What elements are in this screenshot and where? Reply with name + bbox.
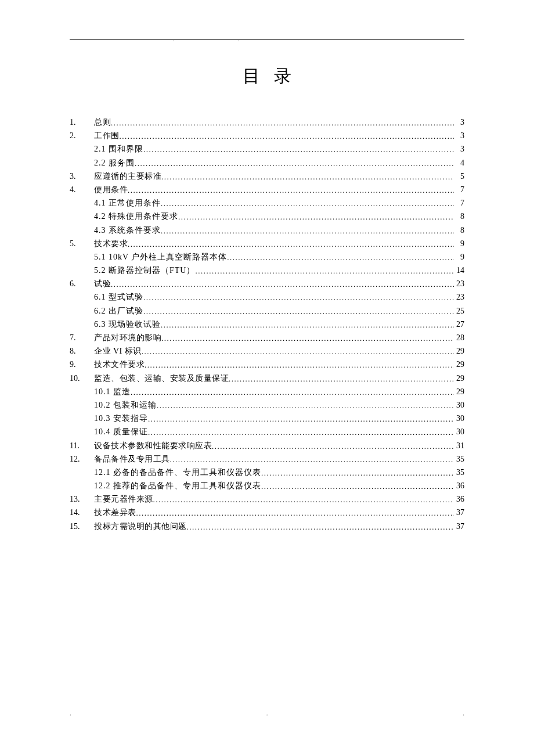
toc-entry: 6.3 现场验收试验27 [70,321,464,329]
toc-entry: 5.1 10kV 户外柱上真空断路器本体9 [70,253,464,261]
toc-page-number: 35 [454,469,464,477]
toc-title: 主要元器件来源 [94,495,153,503]
toc-title: 2.2 服务围 [94,159,135,167]
toc-title: 12.1 必备的备品备件、专用工具和仪器仪表 [94,469,261,477]
toc-entry: 14.技术差异表37 [70,509,464,517]
toc-number: 14. [70,509,94,517]
toc-page-number: 23 [454,293,464,301]
toc-leader-dots [128,240,454,248]
toc-entry: 10.4 质量保证30 [70,428,464,436]
toc-leader-dots [187,523,454,531]
toc-leader-dots [178,213,454,221]
toc-page-number: 14 [454,267,464,275]
toc-entry: 13.主要元器件来源36 [70,495,464,503]
toc-page-number: 28 [454,334,464,342]
toc-leader-dots [148,429,454,436]
toc-title: 2.1 围和界限 [94,145,143,153]
toc-title: 6.1 型式试验 [94,293,143,301]
toc-title: 10.1 监造 [94,388,131,396]
toc-page-number: 36 [454,495,464,503]
toc-page-number: 3 [454,145,464,153]
toc-entry: 6.试验23 [70,280,464,288]
toc-title: 技术要求 [94,240,128,248]
toc-title: 产品对环境的影响 [94,334,161,342]
toc-title: 监造、包装、运输、安装及质量保证 [94,375,229,383]
toc-number: 6. [70,280,94,288]
page-title: 目录 [70,64,464,88]
toc-page-number: 3 [454,118,464,127]
toc-number: 15. [70,523,94,531]
toc-entry: 4.3 系统条件要求8 [70,226,464,235]
toc-number: 10. [70,375,94,383]
toc-title: 4.2 特殊使用条件要求 [94,213,178,221]
toc-title: 技术差异表 [94,509,136,517]
toc-page-number: 3 [454,132,464,140]
toc-page-number: 29 [454,361,464,369]
toc-page-number: 37 [454,523,464,531]
toc-page-number: 37 [454,509,464,517]
toc-page-number: 7 [454,199,464,207]
toc-title: 备品备件及专用工具 [94,455,170,463]
toc-title: 试验 [94,280,111,288]
toc-title: 10.2 包装和运输 [94,401,157,409]
toc-page-number: 29 [454,388,464,396]
toc-entry: 12.1 必备的备品备件、专用工具和仪器仪表35 [70,469,464,477]
toc-entry: 10.3 安装指导30 [70,415,464,423]
toc-leader-dots [161,227,454,235]
toc-title: 设备技术参数和性能要求响应表 [94,442,212,450]
toc-title: 4.1 正常使用条件 [94,199,161,207]
toc-leader-dots [161,173,454,181]
toc-number: 1. [70,118,94,127]
toc-page-number: 30 [454,401,464,409]
toc-title: 使用条件 [94,186,128,194]
toc-leader-dots [143,308,454,315]
toc-leader-dots [143,294,454,301]
toc-leader-dots [153,496,454,503]
toc-leader-dots [261,483,454,490]
toc-page-number: 36 [454,482,464,490]
toc-entry: 12.备品备件及专用工具35 [70,455,464,463]
toc-entry: 10.监造、包装、运输、安装及质量保证29 [70,375,464,383]
toc-entry: 2.2 服务围4 [70,159,464,167]
toc-entry: 5.2 断路器控制器（FTU）14 [70,267,464,275]
toc-title: 10.4 质量保证 [94,428,148,436]
toc-entry: 15.投标方需说明的其他问题37 [70,523,464,531]
toc-entry: 3.应遵循的主要标准5 [70,172,464,181]
toc-entry: 7.产品对环境的影响28 [70,334,464,342]
toc-number: 13. [70,495,94,503]
toc-leader-dots [229,375,454,383]
toc-entry: 8.企业 VI 标识29 [70,347,464,355]
toc-leader-dots [120,132,454,140]
toc-title: 工作围 [94,132,120,140]
toc-number: 5. [70,240,94,248]
toc-leader-dots [131,388,454,396]
toc-leader-dots [261,469,454,477]
toc-entry: 9.技术文件要求29 [70,361,464,369]
toc-number: 7. [70,334,94,342]
toc-number: 12. [70,455,94,463]
toc-page-number: 4 [454,159,464,167]
toc-page-number: 7 [454,186,464,194]
toc-entry: 10.1 监造29 [70,388,464,396]
toc-number: 11. [70,442,94,450]
toc-page-number: 27 [454,321,464,329]
toc-leader-dots [111,280,454,288]
toc-number: 8. [70,347,94,355]
toc-leader-dots [128,186,454,194]
toc-page-number: 31 [454,442,464,450]
toc-number: 2. [70,132,94,140]
toc-title: 10.3 安装指导 [94,415,148,423]
toc-leader-dots [148,415,454,423]
toc-leader-dots [145,361,454,369]
header-rule [70,39,464,40]
toc-page-number: 29 [454,375,464,383]
toc-leader-dots [135,160,454,167]
toc-leader-dots [142,348,454,355]
toc-title: 总则 [94,118,111,127]
toc-page-number: 8 [454,213,464,221]
toc-entry: 2.1 围和界限3 [70,145,464,153]
toc-entry: 6.2 出厂试验25 [70,307,464,315]
toc-leader-dots [161,321,454,329]
toc-page-number: 25 [454,307,464,315]
toc-title: 企业 VI 标识 [94,347,142,355]
